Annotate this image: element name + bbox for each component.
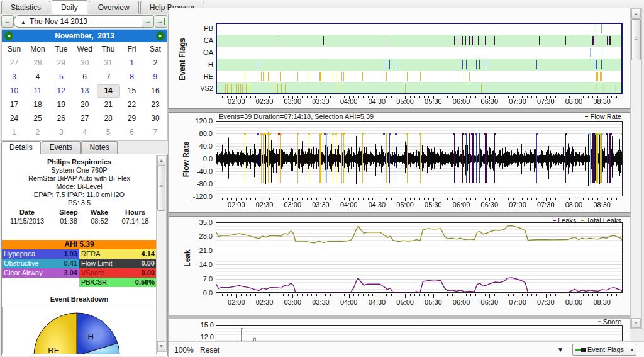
ahi-cell-flow-limit: Flow Limit0.00 (79, 259, 157, 268)
calendar-day[interactable]: 1 (120, 57, 143, 70)
x-tick-label: 08:00 (560, 98, 587, 105)
dropdown-caret-icon: ▲ (21, 20, 26, 25)
calendar-day[interactable]: 22 (120, 98, 143, 111)
x-tick-label: 02:00 (223, 98, 250, 105)
zoom-level-label: 100% (174, 346, 194, 354)
x-tick-label: 02:30 (251, 98, 279, 105)
weekday-label: Mon (26, 43, 49, 56)
calendar-day[interactable]: 7 (143, 126, 167, 139)
snore-plot[interactable] (216, 325, 623, 342)
calendar-day[interactable]: 30 (143, 112, 167, 125)
calendar-day[interactable]: 11 (26, 84, 49, 98)
calendar-day[interactable]: 3 (3, 71, 26, 84)
calendar-month-label[interactable]: November, (55, 31, 93, 40)
ahi-cell-vsnore: VSnore0.00 (79, 268, 157, 278)
date-dropdown[interactable]: ▲Thu Nov 14 2013 (14, 15, 147, 28)
calendar-day[interactable]: 21 (97, 98, 120, 111)
calendar-day[interactable]: 27 (73, 112, 96, 125)
reset-button[interactable]: Reset (200, 346, 219, 354)
panel-tab-notes[interactable]: Notes (81, 141, 117, 154)
calendar-day[interactable]: 2 (143, 57, 167, 70)
calendar-day[interactable]: 23 (143, 98, 167, 111)
graph-select-combo[interactable]: Event Flags ▾ (572, 344, 636, 356)
calendar-day[interactable]: 16 (143, 84, 167, 98)
calendar-day[interactable]: 6 (73, 71, 96, 84)
splitter-1[interactable] (169, 108, 630, 113)
ahi-event-label: VSnore (79, 268, 104, 278)
calendar-day[interactable]: 14 (97, 84, 120, 98)
previous-day-button[interactable]: ← (1, 15, 14, 28)
calendar-day[interactable]: 5 (50, 71, 73, 84)
scroll-up-arrow-icon[interactable]: ▲ (631, 9, 641, 19)
next-day-button[interactable]: → (142, 15, 154, 28)
calendar-day[interactable]: 4 (26, 71, 49, 84)
x-tick-label: 03:00 (279, 201, 306, 208)
tab-daily[interactable]: Daily (52, 0, 87, 14)
calendar-day[interactable]: 25 (26, 112, 49, 125)
panel-tab-details[interactable]: Details (1, 141, 41, 154)
graphs-scrollbar[interactable]: ▲ ▼ (630, 8, 642, 329)
calendar-day[interactable]: 5 (97, 126, 120, 139)
x-tick-label: 03:00 (279, 98, 306, 105)
calendar-day[interactable]: 18 (26, 98, 49, 111)
session-table-header: DateSleepWakeHours (2, 208, 157, 216)
calendar-day[interactable]: 28 (97, 112, 120, 125)
calendar-day[interactable]: 29 (50, 57, 73, 70)
pie-slice-label: RE (48, 346, 59, 354)
graph-select-value: Event Flags (587, 344, 624, 355)
calendar-day[interactable]: 9 (143, 71, 167, 84)
calendar-day[interactable]: 2 (26, 126, 49, 139)
next-month-button[interactable]: ► (156, 31, 165, 40)
calendar-day[interactable]: 13 (73, 84, 96, 98)
calendar-day[interactable]: 27 (3, 57, 26, 70)
latest-day-button[interactable]: →| (155, 15, 167, 28)
calendar-day[interactable]: 28 (26, 57, 49, 70)
x-tick-label: 07:00 (504, 98, 531, 105)
splitter-2[interactable] (169, 212, 630, 217)
tab-statistics[interactable]: Statistics (1, 1, 50, 14)
calendar-day[interactable]: 24 (3, 112, 26, 125)
scroll-down-arrow-icon[interactable]: ▼ (157, 341, 165, 351)
y-tick-label: 21.0 (185, 247, 213, 254)
event-flag-row-label: PB (186, 25, 213, 32)
snore-ytick-label: 12.0 (186, 333, 214, 341)
machine-brand: Philips Respironics (2, 158, 157, 166)
panel-tab-events[interactable]: Events (42, 141, 81, 154)
calendar-day[interactable]: 30 (73, 57, 96, 70)
event-flag-row-label: H (186, 60, 213, 68)
x-tick-label: 08:30 (588, 201, 616, 208)
details-scroll-thumb[interactable] (157, 166, 165, 211)
calendar-day[interactable]: 12 (50, 84, 73, 98)
event-flags-plot[interactable] (216, 23, 623, 101)
calendar-day[interactable]: 1 (3, 126, 26, 139)
flow-rate-plot[interactable] (216, 121, 623, 201)
calendar-day[interactable]: 20 (73, 98, 96, 111)
calendar-day[interactable]: 19 (50, 98, 73, 111)
calendar-year-label[interactable]: 2013 (97, 31, 114, 40)
x-tick-label: 07:30 (532, 201, 560, 208)
scroll-up-arrow-icon[interactable]: ▲ (157, 156, 165, 166)
calendar-day[interactable]: 31 (97, 57, 120, 70)
calendar-day[interactable]: 26 (50, 112, 73, 125)
calendar-day[interactable]: 10 (3, 84, 26, 98)
graphs-scroll-thumb[interactable] (631, 19, 641, 60)
calendar-day[interactable]: 17 (3, 98, 26, 111)
ahi-event-value: 1.93 (64, 249, 79, 259)
details-scrollbar[interactable]: ▲ ▼ (156, 155, 167, 352)
calendar-day[interactable]: 8 (120, 71, 143, 84)
scroll-down-arrow-icon[interactable]: ▼ (631, 318, 641, 328)
tab-overview[interactable]: Overview (89, 1, 139, 14)
leak-plot[interactable] (216, 222, 623, 298)
calendar-day[interactable]: 7 (97, 71, 120, 84)
machine-model: System One 760P (2, 166, 157, 174)
calendar-day[interactable]: 29 (120, 112, 143, 125)
detail-panel-tabs: DetailsEventsNotesBookmarks (1, 141, 168, 154)
calendar-day[interactable]: 3 (50, 126, 73, 139)
x-tick-label: 04:30 (363, 298, 391, 306)
collapse-triangle-icon[interactable]: ▼ (557, 346, 564, 353)
calendar-day[interactable]: 4 (73, 126, 96, 139)
calendar-day[interactable]: 6 (120, 126, 143, 139)
session-value: 08:52 (85, 217, 114, 225)
calendar-day[interactable]: 15 (120, 84, 143, 98)
event-flag-row-label: OA (186, 48, 213, 56)
